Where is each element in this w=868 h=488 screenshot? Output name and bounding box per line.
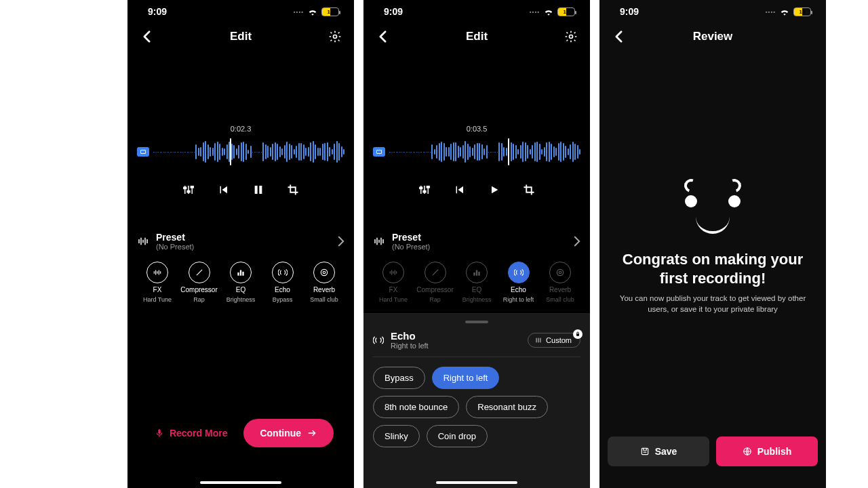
fx-item-fx[interactable]: FX Hard Tune (373, 262, 414, 303)
status-bar: 9:09 •••• 19 (127, 0, 354, 23)
svg-rect-17 (476, 270, 477, 276)
custom-button[interactable]: Custom (528, 333, 580, 348)
settings-button[interactable] (326, 30, 344, 43)
waveform[interactable] (373, 138, 580, 165)
preset-label: Preset (392, 232, 430, 243)
fx-item-compressor[interactable]: Compressor Rap (179, 262, 220, 303)
svg-rect-16 (473, 272, 475, 276)
status-bar: 9:09 •••• 19 (363, 0, 590, 23)
record-more-button[interactable]: Record More (148, 419, 235, 447)
svg-rect-1 (183, 187, 186, 188)
wifi-icon (780, 8, 789, 16)
preset-value: (No Preset) (156, 243, 194, 251)
timecode: 0:03.5 (373, 125, 580, 133)
echo-options: BypassRight to left8th note bounceResona… (373, 367, 580, 447)
preset-icon (137, 235, 149, 247)
crop-button[interactable] (519, 180, 538, 199)
chevron-right-icon (574, 236, 580, 247)
svg-rect-11 (158, 429, 161, 434)
page-title: Edit (466, 30, 488, 43)
settings-button[interactable] (561, 30, 580, 43)
home-indicator (200, 481, 281, 484)
svg-rect-2 (187, 191, 190, 192)
svg-point-0 (333, 35, 336, 39)
screen-review: 9:09 •••• 19 Review Congrats on ma (599, 0, 826, 488)
fx-item-reverb[interactable]: Reverb Small club (304, 262, 344, 303)
battery-icon: 19 (557, 7, 575, 16)
cell-signal-icon: •••• (530, 9, 540, 15)
skip-back-button[interactable] (214, 180, 233, 199)
preset-row[interactable]: Preset (No Preset) (127, 220, 354, 259)
transport-controls (373, 180, 580, 199)
preset-label: Preset (156, 232, 194, 243)
svg-point-19 (559, 271, 561, 274)
track-badge-icon (137, 147, 149, 157)
status-time: 9:09 (384, 6, 403, 17)
publish-button[interactable]: Publish (716, 436, 818, 466)
svg-point-10 (321, 269, 327, 275)
home-indicator (436, 481, 517, 484)
back-button[interactable] (373, 30, 392, 43)
battery-icon: 19 (793, 7, 811, 16)
battery-icon: 19 (321, 7, 339, 16)
svg-rect-8 (242, 272, 243, 276)
svg-rect-4 (254, 186, 257, 194)
waveform-area: 0:02.3 (127, 125, 354, 199)
echo-option[interactable]: Resonant buzz (466, 396, 548, 418)
svg-rect-14 (423, 191, 426, 192)
chevron-right-icon (338, 236, 344, 247)
echo-option[interactable]: 8th note bounce (373, 396, 459, 418)
preset-value: (No Preset) (392, 243, 430, 251)
svg-rect-7 (240, 270, 241, 276)
svg-rect-5 (259, 186, 262, 194)
back-button[interactable] (137, 30, 156, 43)
skip-back-button[interactable] (450, 180, 469, 199)
fx-row: FX Hard Tune Compressor Rap EQ Brightnes… (363, 259, 590, 303)
lock-icon (573, 329, 583, 339)
preset-icon (373, 235, 385, 247)
svg-rect-22 (642, 448, 648, 454)
continue-button[interactable]: Continue (243, 419, 334, 447)
fx-item-echo[interactable]: Echo Bypass (262, 262, 303, 303)
save-button[interactable]: Save (608, 436, 709, 466)
fx-item-echo[interactable]: Echo Right to left (498, 262, 539, 303)
status-time: 9:09 (620, 6, 639, 17)
mixer-button[interactable] (415, 180, 434, 199)
congrats-face-icon (684, 179, 741, 234)
fx-item-fx[interactable]: FX Hard Tune (137, 262, 178, 303)
play-button[interactable] (485, 180, 504, 199)
drag-handle[interactable] (465, 321, 488, 323)
echo-option[interactable]: Bypass (373, 367, 425, 389)
fx-item-compressor[interactable]: Compressor Rap (415, 262, 456, 303)
cell-signal-icon: •••• (766, 9, 776, 15)
preset-row[interactable]: Preset (No Preset) (363, 220, 590, 259)
globe-icon (743, 447, 752, 456)
cell-signal-icon: •••• (294, 9, 304, 15)
transport-controls (137, 180, 344, 199)
page-title: Review (693, 30, 733, 43)
svg-rect-6 (237, 272, 239, 276)
fx-item-eq[interactable]: EQ Brightness (456, 262, 497, 303)
pause-button[interactable] (249, 180, 268, 199)
echo-option[interactable]: Right to left (432, 367, 500, 389)
wifi-icon (308, 8, 317, 16)
sliders-icon (535, 337, 542, 344)
waveform[interactable] (137, 138, 344, 165)
echo-option[interactable]: Slinky (373, 425, 420, 447)
timecode: 0:02.3 (137, 125, 344, 133)
save-icon (640, 447, 650, 456)
fx-item-reverb[interactable]: Reverb Small club (540, 262, 580, 303)
echo-option[interactable]: Coin drop (427, 425, 488, 447)
back-button[interactable] (609, 30, 628, 43)
page-title: Edit (230, 30, 252, 43)
fx-item-eq[interactable]: EQ Brightness (220, 262, 261, 303)
mixer-button[interactable] (179, 180, 198, 199)
svg-rect-21 (576, 333, 579, 336)
nav-bar: Review (599, 23, 826, 50)
nav-bar: Edit (127, 23, 354, 50)
crop-button[interactable] (283, 180, 302, 199)
echo-icon (373, 335, 384, 346)
waveform-area: 0:03.5 (363, 125, 590, 199)
svg-point-12 (569, 35, 572, 39)
svg-rect-13 (419, 187, 422, 188)
